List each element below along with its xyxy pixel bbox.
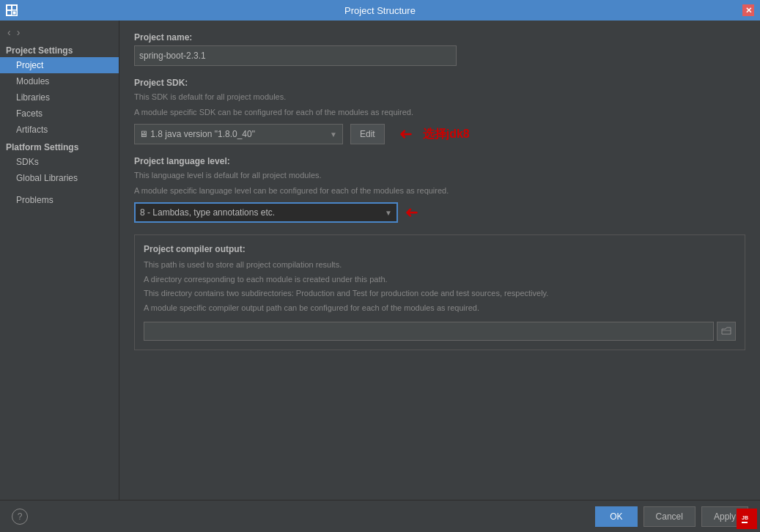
sidebar-item-global-libraries[interactable]: Global Libraries	[0, 170, 119, 186]
sidebar-item-artifacts[interactable]: Artifacts	[0, 122, 119, 138]
sdk-edit-button[interactable]: Edit	[350, 124, 385, 144]
sdk-section: Project SDK: This SDK is default for all…	[134, 78, 745, 144]
lang-level-section: Project language level: This language le…	[134, 156, 745, 223]
help-button[interactable]: ?	[12, 509, 28, 525]
lang-level-title: Project language level:	[134, 156, 745, 166]
app-icon	[6, 4, 18, 16]
nav-row: ‹ ›	[0, 23, 119, 41]
compiler-desc4: A module specific compiler output path c…	[144, 302, 736, 315]
title-bar: Project Structure ✕	[0, 0, 760, 21]
compiler-path-input[interactable]	[144, 322, 714, 341]
main-content: ‹ › Project Settings Project Modules Lib…	[0, 21, 760, 500]
folder-button[interactable]	[717, 322, 736, 341]
svg-rect-3	[12, 11, 16, 15]
project-name-input[interactable]	[134, 45, 457, 66]
close-button[interactable]: ✕	[742, 4, 754, 16]
window-title: Project Structure	[344, 5, 416, 16]
compiler-section: Project compiler output: This path is us…	[134, 234, 745, 350]
sdk-desc1: This SDK is default for all project modu…	[134, 91, 745, 103]
sdk-row: 🖥 1.8 java version "1.8.0_40" ▼ Edit ➜ 选…	[134, 124, 745, 144]
sidebar-item-sdks[interactable]: SDKs	[0, 154, 119, 170]
sdk-select[interactable]: 🖥 1.8 java version "1.8.0_40"	[134, 124, 343, 144]
lang-level-desc1: This language level is default for all p…	[134, 169, 745, 182]
nav-back[interactable]: ‹	[6, 26, 12, 38]
nav-forward[interactable]: ›	[15, 26, 22, 38]
sidebar-item-facets[interactable]: Facets	[0, 106, 119, 122]
sdk-dropdown-wrapper: 🖥 1.8 java version "1.8.0_40" ▼	[134, 124, 343, 144]
ok-button[interactable]: OK	[595, 506, 637, 527]
lang-select[interactable]: 8 - Lambdas, type annotations etc. 1 - A…	[134, 202, 398, 223]
svg-rect-1	[12, 6, 16, 10]
lang-level-desc2: A module specific language level can be …	[134, 185, 745, 197]
lang-dropdown-wrapper: 8 - Lambdas, type annotations etc. 1 - A…	[134, 202, 398, 223]
bottom-bar: ? OK Cancel Apply JB	[0, 500, 760, 532]
sidebar-item-project[interactable]: Project	[0, 57, 119, 73]
annotation-arrow-sdk: ➜	[399, 125, 413, 144]
compiler-desc2: A directory corresponding to each module…	[144, 273, 736, 287]
svg-text:JB: JB	[742, 515, 748, 520]
project-settings-section: Project Settings	[0, 41, 119, 57]
bottom-buttons: OK Cancel Apply	[595, 506, 748, 527]
svg-rect-2	[7, 11, 11, 15]
sdk-desc2: A module specific SDK can be configured …	[134, 106, 745, 119]
sidebar-item-modules[interactable]: Modules	[0, 73, 119, 89]
svg-rect-5	[742, 522, 748, 523]
svg-rect-0	[7, 6, 11, 10]
compiler-desc3: This directory contains two subdirectori…	[144, 287, 736, 300]
compiler-title: Project compiler output:	[144, 244, 736, 254]
compiler-desc1: This path is used to store all project c…	[144, 259, 736, 272]
platform-settings-section: Platform Settings	[0, 138, 119, 154]
sdk-title: Project SDK:	[134, 78, 745, 88]
annotation-arrow-lang: ➜	[405, 203, 418, 222]
sidebar-item-libraries[interactable]: Libraries	[0, 89, 119, 106]
compiler-path-row	[144, 322, 736, 341]
jb-logo: JB	[737, 509, 757, 529]
lang-row: 8 - Lambdas, type annotations etc. 1 - A…	[134, 202, 745, 223]
title-bar-left	[6, 4, 18, 16]
annotation-text-sdk: 选择jdk8	[423, 127, 470, 142]
sidebar: ‹ › Project Settings Project Modules Lib…	[0, 21, 119, 500]
project-name-section: Project name:	[134, 32, 745, 66]
content-area: Project name: Project SDK: This SDK is d…	[119, 21, 760, 500]
cancel-button[interactable]: Cancel	[643, 506, 696, 527]
project-name-label: Project name:	[134, 32, 745, 43]
sidebar-item-problems[interactable]: Problems	[0, 192, 119, 208]
